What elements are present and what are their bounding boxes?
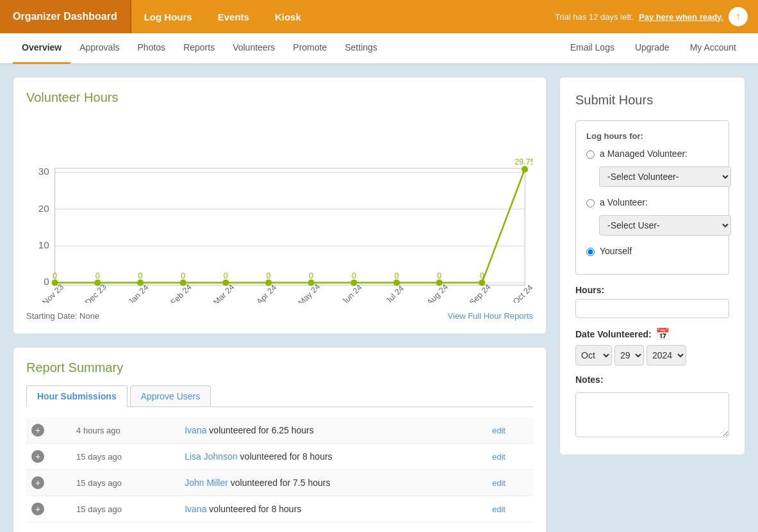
volunteer-label: a Volunteer:	[600, 197, 648, 207]
edit-link[interactable]: edit	[492, 452, 506, 462]
activity-text: volunteered for 8 hours	[209, 504, 301, 514]
activity-text: volunteered for 6.25 hours	[209, 425, 313, 435]
svg-text:0: 0	[480, 271, 484, 280]
expand-icon[interactable]: +	[31, 450, 44, 463]
expand-icon[interactable]: +	[31, 476, 44, 489]
view-full-reports-link[interactable]: View Full Hour Reports	[448, 311, 533, 321]
volunteer-radio[interactable]	[586, 199, 595, 207]
expand-icon[interactable]: +	[31, 503, 44, 515]
trial-info: Trial has 12 days left. Pay here when re…	[545, 0, 758, 33]
hours-input[interactable]	[575, 299, 729, 318]
secondary-nav-right: Email Logs Upgrade My Account	[561, 33, 745, 64]
hours-label: Hours:	[575, 285, 729, 295]
user-link[interactable]: Ivana	[185, 504, 206, 514]
starting-date: Starting Date: None	[26, 311, 99, 321]
left-column: Volunteer Hours 0 10 20 30	[13, 77, 547, 532]
yourself-option: Yourself	[586, 246, 718, 256]
yourself-label: Yourself	[600, 246, 632, 256]
report-summary-card: Report Summary Hour Submissions Approve …	[13, 347, 547, 532]
svg-text:0: 0	[437, 271, 441, 280]
submit-hours-card: Submit Hours Log hours for: a Managed Vo…	[559, 77, 745, 455]
brand-logo[interactable]: Organizer Dashboard	[0, 0, 131, 33]
select-volunteer-dropdown[interactable]: -Select Volunteer-	[599, 166, 731, 187]
yourself-radio[interactable]	[586, 248, 595, 256]
edit-link[interactable]: edit	[492, 478, 506, 488]
svg-rect-8	[55, 168, 525, 285]
nav-overview[interactable]: Overview	[13, 33, 70, 64]
select-user-dropdown[interactable]: -Select User-	[599, 215, 731, 236]
notes-textarea[interactable]	[575, 392, 729, 437]
svg-text:0: 0	[181, 271, 185, 280]
activity-cell: John Miller volunteered for 7.5 hours	[179, 470, 487, 496]
svg-text:Jun 24: Jun 24	[340, 282, 364, 303]
svg-point-20	[522, 166, 528, 172]
time-ago: 15 days ago	[71, 470, 179, 496]
submit-hours-title: Submit Hours	[575, 93, 729, 108]
submissions-table: + 4 hours ago Ivana volunteered for 6.25…	[26, 417, 533, 522]
right-column: Submit Hours Log hours for: a Managed Vo…	[559, 77, 745, 532]
edit-link[interactable]: edit	[492, 504, 506, 514]
svg-text:0: 0	[266, 271, 270, 280]
svg-text:Oct 24: Oct 24	[511, 282, 533, 303]
expand-icon[interactable]: +	[31, 424, 44, 437]
year-select[interactable]: 2024202220232025	[647, 345, 686, 366]
svg-text:0: 0	[44, 276, 49, 287]
user-link[interactable]: John Miller	[185, 478, 228, 488]
pay-link[interactable]: Pay here when ready.	[639, 12, 723, 22]
nav-volunteers[interactable]: Volunteers	[224, 33, 284, 64]
activity-cell: Lisa Johnson volunteered for 8 hours	[179, 444, 487, 470]
nav-reports[interactable]: Reports	[174, 33, 224, 64]
nav-settings[interactable]: Settings	[336, 33, 386, 64]
nav-approvals[interactable]: Approvals	[70, 33, 128, 64]
volunteer-option: a Volunteer:	[586, 197, 718, 207]
user-link[interactable]: Lisa Johnson	[185, 451, 238, 462]
svg-text:0: 0	[352, 271, 356, 280]
top-navigation: Organizer Dashboard Log Hours Events Kio…	[0, 0, 758, 33]
managed-volunteer-radio[interactable]	[586, 150, 595, 159]
nav-promote[interactable]: Promote	[284, 33, 336, 64]
date-row: Oct JanFebMarApr MayJunJulAug SepNovDec …	[575, 345, 729, 366]
activity-cell: Ivana volunteered for 6.25 hours	[179, 417, 487, 444]
volunteer-hours-title: Volunteer Hours	[26, 90, 533, 105]
svg-text:0: 0	[309, 271, 313, 280]
chart-svg: 0 10 20 30	[26, 115, 533, 303]
svg-text:10: 10	[38, 239, 49, 250]
table-row: + 15 days ago Lisa Johnson volunteered f…	[26, 444, 533, 470]
main-content: Volunteer Hours 0 10 20 30	[0, 64, 758, 532]
svg-text:0: 0	[95, 271, 100, 280]
nav-email-logs[interactable]: Email Logs	[561, 33, 623, 64]
svg-text:30: 30	[38, 166, 49, 177]
svg-text:0: 0	[138, 271, 142, 280]
log-hours-box: Log hours for: a Managed Volunteer: -Sel…	[575, 120, 729, 275]
log-hours-nav-link[interactable]: Log Hours	[131, 0, 205, 33]
table-row: + 15 days ago John Miller volunteered fo…	[26, 470, 533, 496]
upload-icon[interactable]: ↑	[729, 7, 748, 26]
time-ago: 15 days ago	[71, 444, 179, 470]
calendar-icon[interactable]: 📅	[655, 327, 670, 341]
activity-text: volunteered for 8 hours	[240, 451, 333, 462]
nav-photos[interactable]: Photos	[129, 33, 175, 64]
time-ago: 4 hours ago	[71, 417, 179, 444]
report-summary-title: Report Summary	[26, 360, 533, 375]
kiosk-nav-link[interactable]: Kiosk	[262, 0, 314, 33]
edit-link[interactable]: edit	[492, 426, 506, 435]
svg-text:20: 20	[38, 203, 49, 214]
svg-text:0: 0	[224, 271, 228, 280]
notes-label: Notes:	[575, 375, 729, 385]
svg-text:0: 0	[394, 271, 399, 280]
nav-my-account[interactable]: My Account	[681, 33, 745, 64]
svg-text:Jul 24: Jul 24	[383, 284, 406, 303]
day-select[interactable]: 29 12345 678910 1112131415 1617181920 21…	[614, 345, 644, 366]
svg-text:29.75: 29.75	[515, 157, 533, 166]
tab-approve-users[interactable]: Approve Users	[130, 385, 211, 407]
managed-volunteer-label: a Managed Volunteer:	[600, 149, 688, 159]
events-nav-link[interactable]: Events	[205, 0, 262, 33]
chart-footer: Starting Date: None View Full Hour Repor…	[26, 311, 533, 321]
nav-upgrade[interactable]: Upgrade	[626, 33, 679, 64]
table-row: + 4 hours ago Ivana volunteered for 6.25…	[26, 417, 533, 444]
tab-hour-submissions[interactable]: Hour Submissions	[26, 385, 128, 407]
month-select[interactable]: Oct JanFebMarApr MayJunJulAug SepNovDec	[575, 345, 612, 366]
managed-volunteer-option: a Managed Volunteer:	[586, 149, 718, 159]
volunteer-hours-card: Volunteer Hours 0 10 20 30	[13, 77, 547, 334]
user-link[interactable]: Ivana	[185, 425, 206, 435]
